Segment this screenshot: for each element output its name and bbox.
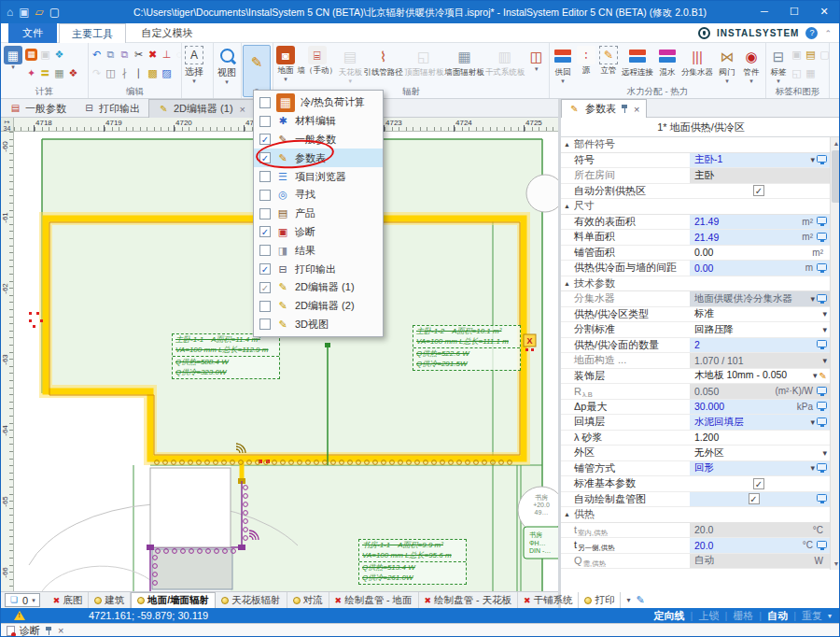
checkbox[interactable]: [259, 97, 271, 108]
manifold-button[interactable]: |||分集水器: [679, 45, 715, 86]
param-section-9[interactable]: ▲技术参数: [561, 276, 830, 292]
menu-item-1[interactable]: ✱材料编辑: [254, 112, 383, 131]
param-value[interactable]: 20.0°C: [690, 538, 830, 553]
menu-item-8[interactable]: ◨结果: [254, 241, 383, 260]
param-row-14[interactable]: 地面构造 ...1.070 / 101▾: [561, 353, 830, 369]
status-toggle-3[interactable]: 自动: [767, 609, 788, 623]
param-section-4[interactable]: ▲尺寸: [561, 199, 830, 215]
param-row-18[interactable]: 回填层水泥回填层▾: [561, 415, 830, 431]
calc-tool-4[interactable]: 〓: [38, 64, 52, 82]
redo-button[interactable]: ↷: [90, 64, 104, 82]
param-value[interactable]: ✓: [690, 492, 830, 507]
heat-load-calc-button[interactable]: ▦: [24, 45, 38, 64]
param-row-22[interactable]: 标准基本参数✓: [561, 476, 830, 492]
app-icon[interactable]: ⌂: [7, 1, 13, 23]
param-value[interactable]: 21.49m²: [690, 230, 830, 245]
checkbox[interactable]: ✓: [749, 493, 760, 504]
param-row-5[interactable]: 有效的表面积21.49m²: [561, 215, 830, 231]
checkbox[interactable]: [259, 171, 271, 182]
worksheet-tab-3[interactable]: 天花板辐射: [216, 592, 287, 609]
param-value[interactable]: 主卧: [690, 168, 830, 183]
align-v-button[interactable]: ∤: [118, 64, 132, 82]
checkbox[interactable]: ✓: [259, 134, 271, 145]
menu-item-2[interactable]: ✓✎一般参数: [254, 131, 383, 149]
wall-radiant-panel-button[interactable]: ▦墙面辐射板: [444, 45, 484, 86]
param-row-1[interactable]: 符号主卧-1▾: [561, 153, 830, 169]
tab-main-tools[interactable]: 主要工具: [59, 23, 126, 43]
transform-button[interactable]: ⊥: [160, 45, 174, 64]
menu-item-10[interactable]: ✓✎2D编辑器 (1): [254, 278, 383, 297]
graphic-tool-3[interactable]: ▢: [818, 45, 830, 64]
worksheet-tab-7[interactable]: ✖干铺系统: [518, 592, 580, 609]
param-value[interactable]: 地面供暖供冷分集水器▾: [690, 291, 830, 306]
checkbox[interactable]: [259, 301, 271, 312]
collapse-ribbon-icon[interactable]: ⌃: [824, 29, 832, 38]
scroll-up-icon[interactable]: ▲: [831, 137, 840, 149]
param-row-17[interactable]: Δp最大30.000kPa: [561, 400, 830, 416]
close-icon[interactable]: ×: [58, 625, 63, 636]
open-folder-icon[interactable]: ▱: [35, 1, 44, 23]
close-icon[interactable]: ×: [634, 104, 639, 115]
checkbox[interactable]: ✓: [753, 478, 764, 489]
worksheet-tab-5[interactable]: ✖绘制盘管 - 地面: [329, 592, 419, 609]
view-button[interactable]: 视图▾: [215, 45, 239, 86]
param-value[interactable]: 主卧-1▾: [690, 153, 830, 168]
status-toggle-4[interactable]: 重复: [802, 609, 822, 623]
param-row-23[interactable]: 自动绘制盘管图✓: [561, 492, 830, 508]
worksheet-tab-2[interactable]: 地面/墙面辐射: [131, 592, 216, 609]
checkbox[interactable]: [259, 208, 271, 219]
worksheet-tab-6[interactable]: ✖绘制盘管 - 天花板: [419, 592, 518, 609]
param-value[interactable]: 21.49m²: [690, 215, 830, 230]
tab-file[interactable]: 文件: [8, 23, 57, 43]
menu-item-5[interactable]: ◎寻找: [254, 186, 383, 205]
dropdown-arrow[interactable]: ▾: [822, 356, 827, 365]
param-row-6[interactable]: 料单面积21.49m²: [561, 230, 830, 246]
edit-worksheets-icon[interactable]: ✎: [636, 594, 644, 606]
dropdown-arrow[interactable]: ▾: [810, 155, 815, 164]
menu-item-3[interactable]: ✓✎参数表: [254, 149, 383, 167]
dropdown-arrow[interactable]: ▾: [810, 294, 815, 304]
radiant-extra-button[interactable]: ◫▾: [525, 45, 548, 86]
maximize-button[interactable]: ☐: [779, 1, 809, 23]
select-button[interactable]: A选择▾: [183, 45, 205, 86]
more-worksheets-icon[interactable]: ▾: [626, 596, 630, 604]
calculate-button[interactable]: ▦▾: [2, 45, 24, 86]
worksheet-tab-4[interactable]: 对流: [287, 592, 329, 609]
param-row-3[interactable]: 自动分割供热区✓: [561, 184, 830, 200]
minimize-button[interactable]: ─: [749, 1, 779, 23]
dropdown-arrow[interactable]: ▾: [813, 371, 818, 380]
param-value[interactable]: 标准▾: [690, 307, 830, 322]
param-value[interactable]: 2: [690, 338, 830, 353]
help-icon[interactable]: ?: [805, 27, 818, 39]
tab-parameter-table[interactable]: ✎ 参数表 ×: [561, 99, 647, 118]
mixing-button[interactable]: 混水: [655, 45, 679, 86]
graphic-tool-5[interactable]: ▦: [804, 64, 818, 82]
delete-button[interactable]: ✖: [146, 45, 160, 64]
param-value[interactable]: 20.0°C: [690, 523, 830, 538]
param-value[interactable]: 水泥回填层▾: [690, 415, 830, 430]
copy-button[interactable]: ⧉: [104, 45, 118, 64]
checkbox[interactable]: ✓: [259, 263, 271, 275]
dropdown-arrow[interactable]: ▾: [822, 309, 827, 318]
lead-pipe-path-button[interactable]: ⌇引线管路径: [363, 45, 403, 86]
scroll-thumb[interactable]: [832, 150, 840, 203]
worksheet-tab-8[interactable]: 打印: [579, 592, 621, 609]
status-toggle-1[interactable]: 上锁: [698, 609, 719, 623]
pin-icon[interactable]: [621, 104, 629, 114]
ceiling-button[interactable]: ▤天花板▾: [337, 45, 363, 86]
status-toggle-0[interactable]: 定向线: [654, 609, 685, 623]
param-section-0[interactable]: ▲部件符号: [561, 137, 830, 153]
mirror-button[interactable]: ◫: [104, 64, 118, 82]
fittings-button[interactable]: ◉管件▾: [739, 45, 763, 86]
riser-button[interactable]: ✎立管: [597, 45, 620, 86]
checkbox[interactable]: ✓: [753, 185, 764, 196]
param-value[interactable]: ✓: [690, 476, 830, 491]
param-value[interactable]: 0.050(m²·K)/W: [690, 384, 830, 399]
menu-item-0[interactable]: ▦冷/热负荷计算: [254, 93, 383, 112]
worksheet-tab-0[interactable]: ✖底图: [48, 592, 90, 609]
edit-pencil-icon[interactable]: ✎: [819, 371, 827, 381]
param-value[interactable]: 1.070 / 101▾: [690, 353, 830, 368]
param-row-11[interactable]: 供热/供冷区类型标准▾: [561, 307, 830, 323]
param-value[interactable]: 0.00m²: [690, 246, 830, 261]
param-value[interactable]: 回形▾: [690, 461, 830, 476]
